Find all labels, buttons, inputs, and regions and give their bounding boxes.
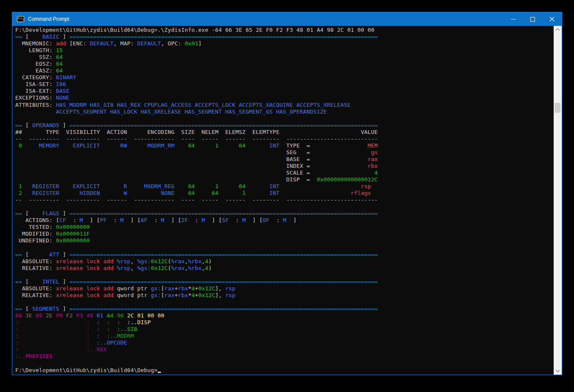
minimize-button[interactable]	[503, 12, 523, 26]
terminal-window: Command Prompt F:\Development\GitHub\zyd…	[12, 12, 562, 375]
console-line-blank-3	[15, 245, 554, 251]
console-line-header-segments: == [ SEGMENTS ] ========================…	[15, 306, 554, 312]
console-line-marker-prefixes: :..PREFIXES	[15, 353, 554, 360]
close-button[interactable]	[542, 12, 562, 26]
section-rule: ========================================…	[69, 33, 378, 40]
console-line-intel-relative: RELATIVE: xrelease lock add qword ptr gs…	[15, 292, 554, 299]
console-line-flags-undefined: UNDEFINED: 0x00000000	[15, 237, 554, 244]
scrollbar[interactable]	[554, 26, 562, 375]
scroll-down-button[interactable]	[554, 367, 562, 375]
console-line-length: LENGTH: 15	[15, 47, 554, 54]
console-line-isa-ext: ISA-EXT: BASE	[15, 88, 554, 95]
console-line-marker-disp: : : : : : :..DISP	[15, 319, 554, 326]
desktop-background: Command Prompt F:\Development\GitHub\zyd…	[0, 0, 574, 392]
console-line-ssz: SSZ: 64	[15, 54, 554, 61]
console-line-operands-separator: -- --------- ---------- ------ ---------…	[15, 136, 554, 142]
console-line-header-flags: == [ FLAGS ] ===========================…	[15, 210, 554, 217]
scrollbar-track[interactable]	[554, 33, 562, 367]
console-line-operand-0-disp: DISP = 0x000000000000012C	[15, 176, 554, 183]
console-line-category: CATEGORY: BINARY	[15, 74, 554, 81]
console-line-attributes-2: ACCEPTS_SEGMENT HAS_LOCK HAS_XRELEASE HA…	[15, 108, 554, 115]
chevron-up-icon	[556, 28, 560, 33]
text-cursor	[158, 367, 161, 373]
window-controls	[503, 12, 562, 26]
console-line-operand-0-base: BASE = rax	[15, 156, 554, 163]
cmd-icon	[17, 16, 24, 22]
section-rule: ========================================…	[69, 122, 378, 128]
console-line-easz: EASZ: 64	[15, 67, 554, 74]
console-output[interactable]: F:\Development\GitHub\zydis\Build64\Debu…	[12, 26, 554, 375]
section-rule: ========================================…	[69, 251, 378, 258]
console-line-blank-6	[15, 360, 554, 367]
console-line-blank-4	[15, 272, 554, 278]
console-line-mnemonic: MNEMONIC: add [ENC: DEFAULT, MAP: DEFAUL…	[15, 40, 554, 47]
console-line-flags-tested: TESTED: 0x00000000	[15, 224, 554, 231]
section-rule: ========================================…	[69, 210, 378, 217]
console-line-attributes-1: ATTRIBUTES: HAS_MODRM HAS_SIB HAS_REX CP…	[15, 102, 554, 108]
console-line-blank-2	[15, 203, 554, 210]
console-line-intel-absolute: ABSOLUTE: xrelease lock add qword ptr gs…	[15, 285, 554, 292]
scrollbar-thumb[interactable]	[555, 103, 560, 113]
maximize-icon	[530, 17, 535, 22]
minimize-icon	[511, 19, 516, 19]
section-rule: ========================================…	[69, 278, 378, 285]
console-line-blank-5	[15, 299, 554, 306]
console-line-operand-2: 2 REGISTER HIDDEN W NONE 64 64 1 INT rfl…	[15, 190, 554, 197]
console-line-eosz: EOSZ: 64	[15, 61, 554, 67]
console-line-operand-1: 1 REGISTER EXPLICIT R MODRM_REG 64 1 64 …	[15, 183, 554, 190]
console-line-operands-columns: ## TYPE VISIBILITY ACTION ENCODING SIZE …	[15, 129, 554, 136]
console-line-operand-0-scale: SCALE = 4	[15, 170, 554, 176]
window-body: F:\Development\GitHub\zydis\Build64\Debu…	[12, 26, 562, 375]
titlebar[interactable]: Command Prompt	[12, 12, 562, 26]
console-line-segment-bytes: 66 3E 65 2E F0 F2 F3 48 01 A4 98 2C 01 0…	[15, 312, 554, 319]
console-line-prompt: F:\Development\GitHub\zydis\Build64\Debu…	[15, 367, 554, 373]
console-line-marker-sib: : : : : :..SIB	[15, 326, 554, 333]
console-line-blank-1	[15, 115, 554, 122]
console-line-exceptions: EXCEPTIONS: NONE	[15, 95, 554, 101]
scroll-up-button[interactable]	[554, 26, 562, 33]
console-line-operand-0: 0 MEMORY EXPLICIT RW MODRM_RM 64 1 64 IN…	[15, 142, 554, 149]
console-line-operand-0-seg: SEG = gs	[15, 149, 554, 156]
console-line-att-absolute: ABSOLUTE: xrelease lock add %rsp, %gs:0x…	[15, 258, 554, 265]
console-line-command: F:\Development\GitHub\zydis\Build64\Debu…	[15, 27, 554, 33]
console-line-header-basic: == [ BASIC ] ===========================…	[15, 33, 554, 40]
console-line-header-att: == [ ATT ] =============================…	[15, 251, 554, 258]
window-title: Command Prompt	[28, 16, 503, 22]
console-line-operands-separator-2: -- --------- ---------- ------ ---------…	[15, 197, 554, 203]
console-line-isa-set: ISA-SET: I86	[15, 81, 554, 88]
section-rule: ========================================…	[69, 306, 378, 312]
console-line-header-operands: == [ OPERANDS ] ========================…	[15, 122, 554, 129]
console-line-marker-rex: : :..REX	[15, 346, 554, 353]
close-icon	[549, 17, 555, 22]
console-line-marker-opcode: : : :..OPCODE	[15, 339, 554, 346]
console-line-flags-actions: ACTIONS: [CF : M ] [PF : M ] [AF : M ] […	[15, 217, 554, 224]
console-line-att-relative: RELATIVE: xrelease lock add %rsp, %gs:0x…	[15, 265, 554, 272]
maximize-button[interactable]	[523, 12, 542, 26]
chevron-down-icon	[556, 368, 560, 373]
console-line-operand-0-index: INDEX = rbx	[15, 163, 554, 170]
console-line-flags-modified: MODIFIED: 0x0000011F	[15, 231, 554, 237]
console-line-marker-modrm: : : : :..MODRM	[15, 333, 554, 339]
console-line-header-intel: == [ INTEL ] ===========================…	[15, 278, 554, 285]
